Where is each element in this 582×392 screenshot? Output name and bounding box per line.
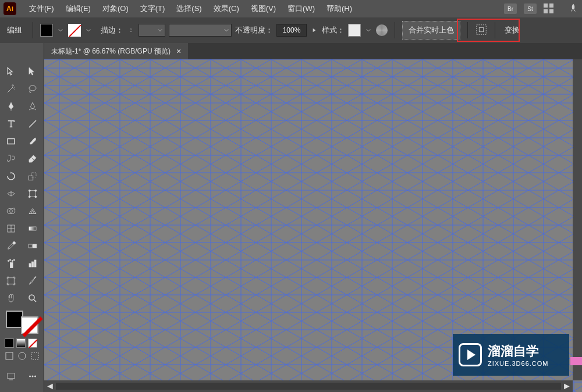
menu-window[interactable]: 窗口(W) bbox=[282, 3, 321, 14]
stroke-profile-dropdown[interactable] bbox=[169, 24, 232, 37]
scrollbar-left-icon[interactable]: ◄ bbox=[44, 380, 56, 392]
svg-line-3 bbox=[29, 120, 36, 127]
divider bbox=[395, 22, 395, 38]
opacity-label: 不透明度： bbox=[235, 25, 273, 35]
svg-point-36 bbox=[19, 352, 26, 359]
pen-tool[interactable] bbox=[0, 98, 22, 115]
recolor-icon[interactable] bbox=[376, 24, 388, 36]
menu-text[interactable]: 文字(T) bbox=[134, 3, 171, 14]
stroke-dropdown-icon[interactable] bbox=[84, 24, 93, 37]
svg-rect-28 bbox=[29, 263, 31, 267]
vertical-scrollbar[interactable] bbox=[573, 59, 582, 380]
type-tool[interactable] bbox=[0, 115, 22, 133]
direct-selection-tool[interactable] bbox=[22, 63, 44, 80]
svg-point-40 bbox=[30, 376, 31, 377]
svg-rect-0 bbox=[477, 24, 487, 34]
close-tab-icon[interactable]: × bbox=[176, 47, 181, 56]
screen-mode-icon[interactable] bbox=[0, 368, 22, 385]
lasso-tool[interactable] bbox=[22, 80, 44, 98]
hand-tool[interactable] bbox=[0, 290, 22, 307]
menu-help[interactable]: 帮助(H) bbox=[321, 3, 358, 14]
svg-rect-9 bbox=[30, 191, 36, 197]
svg-point-27 bbox=[13, 259, 15, 261]
fill-dropdown-icon[interactable] bbox=[56, 24, 65, 37]
line-tool[interactable] bbox=[22, 115, 44, 133]
eraser-tool[interactable] bbox=[22, 150, 44, 168]
document-tab[interactable]: 未标题-1* @ 66.67% (RGB/GPU 预览) × bbox=[44, 43, 188, 59]
menu-effect[interactable]: 效果(C) bbox=[208, 3, 245, 14]
rotate-tool[interactable] bbox=[0, 168, 22, 185]
draw-normal-icon[interactable] bbox=[5, 351, 14, 363]
svg-point-12 bbox=[29, 196, 31, 198]
draw-behind-icon[interactable] bbox=[17, 351, 27, 363]
svg-rect-22 bbox=[33, 244, 37, 248]
width-tool[interactable] bbox=[0, 185, 22, 202]
canvas[interactable]: ◄ ► 溜溜自学 ZIXUE.3D66.COM bbox=[44, 59, 582, 392]
svg-point-20 bbox=[13, 242, 16, 245]
blend-tool[interactable] bbox=[22, 237, 44, 255]
bridge-icon[interactable]: Br bbox=[504, 3, 517, 14]
stroke-weight-dropdown[interactable] bbox=[139, 24, 165, 37]
fill-swatch[interactable] bbox=[40, 24, 53, 37]
draw-inside-icon[interactable] bbox=[30, 351, 40, 363]
none-mode-swatch[interactable] bbox=[28, 338, 37, 348]
scrollbar-track[interactable] bbox=[56, 383, 561, 390]
slice-tool[interactable] bbox=[22, 272, 44, 290]
gradient-tool[interactable] bbox=[22, 220, 44, 237]
opacity-input[interactable]: 100% bbox=[276, 24, 307, 37]
selection-type-label: 编组 bbox=[3, 25, 26, 35]
menu-select[interactable]: 选择(S) bbox=[171, 3, 207, 14]
svg-rect-1 bbox=[479, 27, 483, 31]
magic-wand-tool[interactable] bbox=[0, 80, 22, 98]
shape-builder-tool[interactable] bbox=[0, 202, 22, 220]
menu-file[interactable]: 文件(F) bbox=[23, 3, 60, 14]
style-label: 样式： bbox=[322, 25, 345, 35]
svg-rect-38 bbox=[8, 373, 15, 379]
eyedropper-tool[interactable] bbox=[0, 237, 22, 255]
rectangle-tool[interactable] bbox=[0, 133, 22, 150]
svg-point-13 bbox=[35, 196, 37, 198]
fill-stroke-indicator[interactable] bbox=[5, 309, 40, 335]
transform-label[interactable]: 变换 bbox=[505, 25, 520, 35]
scale-tool[interactable] bbox=[22, 168, 44, 185]
symbol-sprayer-tool[interactable] bbox=[0, 255, 22, 272]
curvature-tool[interactable] bbox=[22, 98, 44, 115]
arrange-documents-icon[interactable] bbox=[544, 3, 554, 14]
svg-rect-35 bbox=[6, 352, 13, 359]
watermark-title: 溜溜自学 bbox=[488, 343, 548, 360]
mesh-tool[interactable] bbox=[0, 220, 22, 237]
style-dropdown-icon[interactable] bbox=[364, 24, 372, 37]
artboard-tool[interactable] bbox=[0, 272, 22, 290]
free-transform-tool[interactable] bbox=[22, 185, 44, 202]
perspective-grid-tool[interactable] bbox=[22, 202, 44, 220]
horizontal-scrollbar[interactable]: ◄ ► bbox=[44, 380, 573, 392]
gpu-rocket-icon[interactable] bbox=[568, 3, 579, 15]
selection-tool[interactable] bbox=[0, 63, 22, 80]
column-graph-tool[interactable] bbox=[22, 255, 44, 272]
scrollbar-right-icon[interactable]: ► bbox=[561, 380, 573, 392]
merge-live-paint-button[interactable]: 合并实时上色 bbox=[402, 21, 460, 40]
menu-object[interactable]: 对象(O) bbox=[97, 3, 134, 14]
menu-edit[interactable]: 编辑(E) bbox=[60, 3, 97, 14]
toolbox bbox=[0, 59, 44, 392]
style-swatch[interactable] bbox=[348, 24, 361, 37]
stock-icon[interactable]: St bbox=[524, 3, 537, 14]
paintbrush-tool[interactable] bbox=[22, 133, 44, 150]
toolbox-more-icon[interactable] bbox=[22, 368, 44, 385]
zoom-tool[interactable] bbox=[22, 290, 44, 307]
svg-rect-37 bbox=[31, 352, 38, 359]
color-mode-swatch[interactable] bbox=[5, 338, 14, 348]
toolbox-header-spacer bbox=[0, 43, 44, 59]
shaper-tool[interactable] bbox=[0, 150, 22, 168]
app-icon: Ai bbox=[3, 2, 16, 15]
gradient-mode-swatch[interactable] bbox=[16, 338, 26, 348]
align-icon[interactable] bbox=[475, 23, 488, 38]
opacity-dropdown-icon[interactable] bbox=[310, 24, 318, 37]
watermark-badge: 溜溜自学 ZIXUE.3D66.COM bbox=[453, 334, 569, 376]
svg-point-33 bbox=[29, 295, 34, 300]
menu-view[interactable]: 视图(V) bbox=[245, 3, 282, 14]
stroke-weight-stepper-icon[interactable] bbox=[127, 24, 135, 37]
stroke-color-box[interactable] bbox=[21, 316, 38, 334]
play-icon bbox=[459, 343, 482, 366]
stroke-swatch[interactable] bbox=[68, 24, 81, 37]
